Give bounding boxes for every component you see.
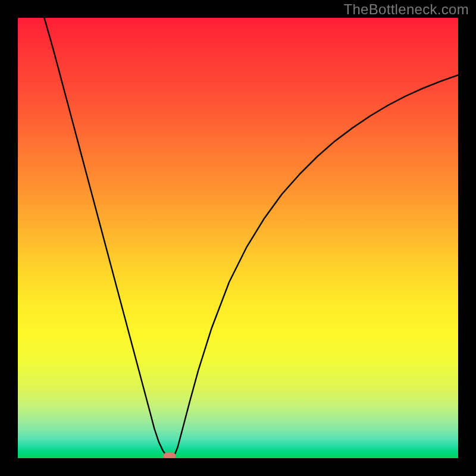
chart-frame: TheBottleneck.com (0, 0, 476, 476)
curve-layer (18, 18, 458, 458)
bottleneck-curve (44, 18, 458, 458)
optimal-marker (163, 453, 176, 459)
watermark-text: TheBottleneck.com (343, 1, 469, 18)
plot-area (18, 18, 458, 458)
